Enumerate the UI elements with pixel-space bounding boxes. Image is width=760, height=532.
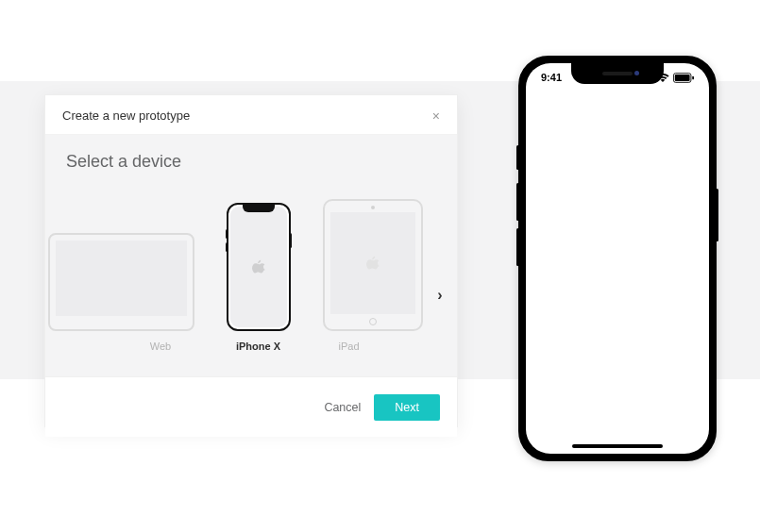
device-carousel: Web iPhone X: [45, 210, 457, 352]
apple-logo-icon: [366, 256, 380, 271]
modal-header: Create a new prototype ×: [45, 95, 457, 135]
iphonex-volume-down: [226, 242, 228, 252]
wifi-icon: [656, 73, 669, 82]
modal-footer: Cancel Next: [45, 376, 457, 437]
device-option-ipad[interactable]: iPad: [323, 199, 376, 352]
preview-volume-up: [516, 183, 519, 221]
svg-rect-2: [645, 75, 648, 82]
device-option-web[interactable]: Web: [127, 233, 194, 352]
iphonex-power: [289, 233, 292, 248]
preview-power: [716, 189, 718, 241]
ipad-home-button: [369, 318, 377, 325]
ipad-device-mock: [323, 199, 423, 331]
close-icon[interactable]: ×: [432, 109, 440, 123]
new-prototype-modal: Create a new prototype × Select a device…: [44, 94, 458, 427]
iphonex-device-mock: [227, 203, 291, 331]
device-label-ipad: iPad: [338, 341, 359, 352]
iphonex-device-screen: [230, 207, 287, 327]
modal-body: Select a device ‹ › Web: [45, 135, 457, 376]
device-label-web: Web: [150, 341, 171, 352]
ipad-device-screen: [330, 212, 415, 314]
web-device-mock: [48, 233, 194, 331]
modal-subtitle: Select a device: [45, 135, 457, 177]
svg-rect-1: [642, 77, 645, 82]
status-icons: [638, 73, 694, 83]
svg-rect-6: [692, 75, 694, 79]
device-label-iphonex: iPhone X: [236, 341, 280, 352]
svg-rect-3: [649, 74, 651, 82]
status-bar: 9:41: [526, 68, 709, 87]
cancel-button[interactable]: Cancel: [324, 401, 361, 414]
iphonex-volume-up: [226, 229, 228, 239]
device-preview-iphonex: 9:41: [518, 56, 717, 461]
iphonex-notch: [243, 205, 275, 212]
home-indicator: [572, 444, 663, 448]
svg-rect-0: [638, 78, 641, 82]
ipad-camera: [371, 206, 375, 209]
next-button[interactable]: Next: [374, 394, 440, 421]
preview-volume-down: [516, 228, 519, 266]
web-device-screen: [56, 241, 187, 316]
battery-icon: [673, 73, 694, 83]
modal-title: Create a new prototype: [62, 108, 190, 123]
svg-rect-5: [675, 74, 690, 80]
device-option-iphonex[interactable]: iPhone X: [227, 203, 291, 352]
apple-logo-icon: [252, 259, 265, 274]
cellular-signal-icon: [638, 73, 652, 82]
status-clock: 9:41: [541, 72, 562, 83]
preview-screen: 9:41: [526, 63, 709, 454]
preview-mute-switch: [516, 145, 519, 170]
